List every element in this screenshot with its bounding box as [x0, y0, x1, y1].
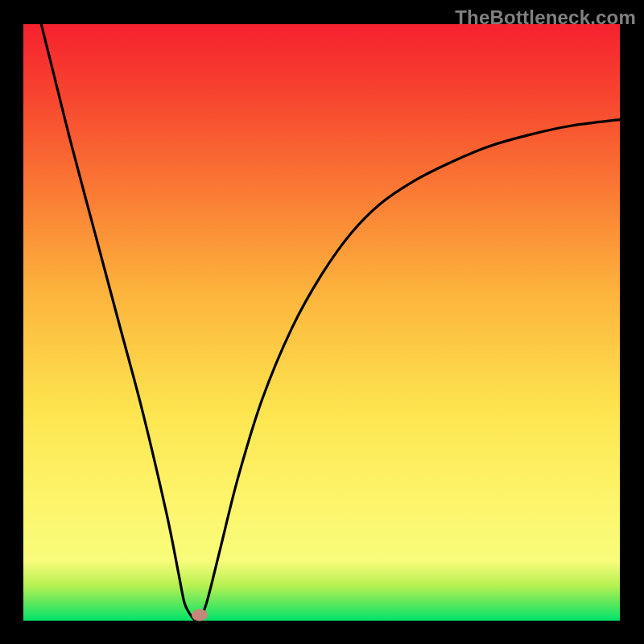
watermark-text: TheBottleneck.com	[455, 6, 636, 29]
optimal-point-marker	[192, 609, 208, 621]
plot-area	[23, 24, 620, 621]
bottleneck-curve	[23, 24, 620, 621]
chart-stage: TheBottleneck.com	[0, 0, 644, 644]
